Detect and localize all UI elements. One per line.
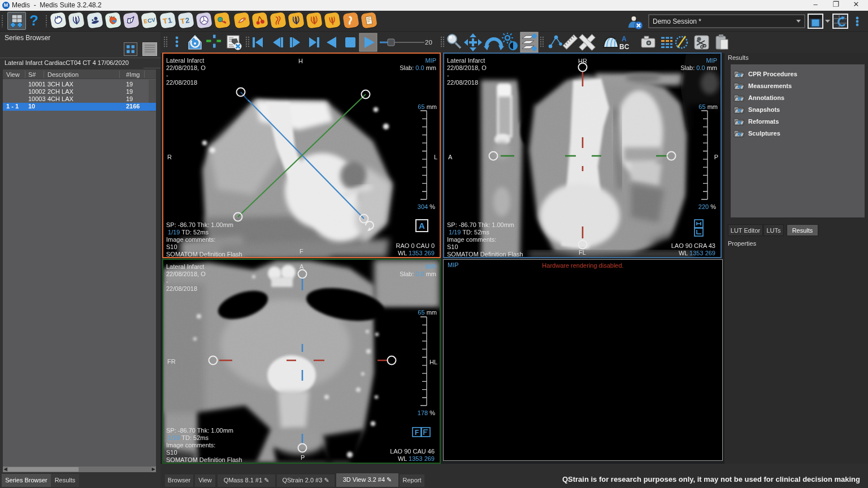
- svg-text:F: F: [415, 429, 419, 437]
- svg-text:20: 20: [425, 39, 432, 46]
- svg-text:A: A: [622, 35, 627, 43]
- svg-text:BC: BC: [619, 43, 630, 51]
- svg-text:Demo Session *: Demo Session *: [653, 18, 701, 25]
- svg-text:2: 2: [185, 16, 190, 25]
- svg-text:1: 1: [167, 16, 172, 25]
- svg-text:CV: CV: [147, 16, 156, 24]
